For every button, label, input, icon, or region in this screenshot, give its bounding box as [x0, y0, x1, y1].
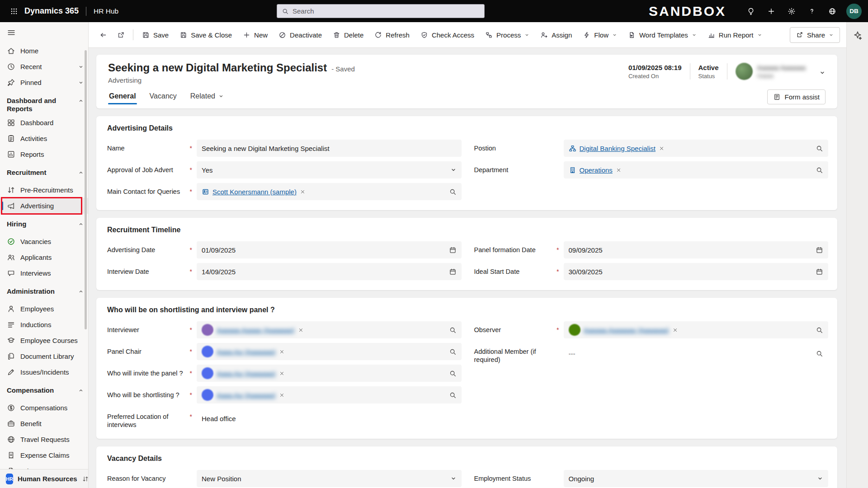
- name-input[interactable]: Seeking a new Digital Marketing Speciali…: [197, 140, 462, 157]
- help-button[interactable]: [806, 5, 818, 18]
- observer-input[interactable]: Aaaaaa Aaaaaaa (Aaaaaaa): [564, 321, 829, 338]
- sidebar-group-compensation[interactable]: Compensation: [0, 382, 88, 400]
- search-icon[interactable]: [816, 350, 823, 357]
- waffle-menu-button[interactable]: [6, 4, 22, 19]
- sidebar-group-hiring[interactable]: Hiring: [0, 216, 88, 234]
- share-button[interactable]: Share: [790, 27, 840, 43]
- sidebar-group-dashboard-and-reports[interactable]: Dashboard and Reports: [0, 92, 88, 115]
- postion-input[interactable]: Digital Banking Specialist: [564, 140, 829, 157]
- sidebar-item-benefit[interactable]: Benefit: [0, 416, 88, 432]
- sidebar-item-interviews[interactable]: Interviews: [0, 265, 88, 281]
- advertising-date-input[interactable]: 01/09/2025: [197, 241, 462, 258]
- sidebar-item-travel-requests[interactable]: Travel Requests: [0, 432, 88, 447]
- postion-link[interactable]: Digital Banking Specialist: [580, 145, 656, 152]
- x-icon[interactable]: [300, 189, 306, 195]
- quick-create-button[interactable]: [765, 5, 778, 18]
- search-input[interactable]: [292, 7, 480, 15]
- x-icon[interactable]: [659, 145, 665, 151]
- panel-chair-input[interactable]: Aaaa Aa (Aaaaaaa): [197, 343, 462, 360]
- sidebar-item-advertising[interactable]: Advertising: [0, 198, 88, 214]
- calendar-icon[interactable]: [816, 246, 823, 254]
- cmd-open-in-new-window[interactable]: [113, 26, 129, 43]
- cmd-word-templates[interactable]: Word Templates: [623, 26, 702, 43]
- cmd-assign[interactable]: Assign: [535, 26, 577, 43]
- search-icon[interactable]: [816, 326, 823, 334]
- tab-vacancy[interactable]: Vacancy: [149, 90, 178, 108]
- brand-logo[interactable]: Dynamics 365: [24, 6, 79, 16]
- search-icon[interactable]: [449, 370, 457, 377]
- sitemap-toggle-button[interactable]: [0, 22, 88, 43]
- cmd-run-report[interactable]: Run Report: [703, 26, 767, 43]
- sidebar-item-advance-requests[interactable]: Advance Requests: [0, 463, 88, 469]
- who-will-invite-the-panel-input[interactable]: Aaaa Aa (Aaaaaaa): [197, 365, 462, 382]
- area-switcher[interactable]: HR Human Resources: [0, 469, 88, 488]
- sidebar-item-employee-courses[interactable]: Employee Courses: [0, 333, 88, 348]
- observer-link[interactable]: Aaaaaa Aaaaaaa (Aaaaaaa): [584, 326, 669, 334]
- sidebar-item-vacancies[interactable]: Vacancies: [0, 234, 88, 249]
- app-name[interactable]: HR Hub: [94, 7, 118, 15]
- department-link[interactable]: Operations: [580, 166, 613, 174]
- cmd-new[interactable]: New: [238, 26, 273, 43]
- calendar-icon[interactable]: [449, 246, 457, 254]
- interview-date-input[interactable]: 14/09/2025: [197, 263, 462, 280]
- x-icon[interactable]: [616, 167, 622, 173]
- calendar-icon[interactable]: [816, 268, 823, 276]
- form-assist-button[interactable]: Form assist: [767, 89, 826, 104]
- settings-button[interactable]: [785, 5, 798, 18]
- cmd-check-access[interactable]: Check Access: [415, 26, 479, 43]
- sidebar-item-home[interactable]: Home: [0, 43, 88, 59]
- panel-chair-link[interactable]: Aaaa Aa (Aaaaaaa): [217, 348, 276, 356]
- search-icon[interactable]: [816, 166, 823, 174]
- interviewer-input[interactable]: Aaaaaa Aaaaa (Aaaaaaa): [197, 321, 462, 338]
- additional-member-if-required-input[interactable]: ---: [564, 343, 829, 364]
- sidebar-scrollbar[interactable]: [85, 50, 87, 329]
- cmd-delete[interactable]: Delete: [328, 26, 368, 43]
- approval-of-job-advert-input[interactable]: Yes: [197, 161, 462, 178]
- main-contact-for-queries-link[interactable]: Scott Konersmann (sample): [212, 188, 297, 196]
- sidebar-group-administration[interactable]: Administration: [0, 283, 88, 301]
- sidebar-item-recent[interactable]: Recent: [0, 59, 88, 75]
- sidebar-item-reports[interactable]: Reports: [0, 146, 88, 162]
- interviewer-link[interactable]: Aaaaaa Aaaaa (Aaaaaaa): [217, 326, 295, 334]
- cmd-refresh[interactable]: Refresh: [369, 26, 415, 43]
- sidebar-group-recruitment[interactable]: Recruitment: [0, 164, 88, 182]
- ideal-start-date-input[interactable]: 30/09/2025: [564, 263, 829, 280]
- browser-session-button[interactable]: [826, 5, 839, 18]
- user-avatar[interactable]: DB: [846, 4, 862, 19]
- calendar-icon[interactable]: [449, 268, 457, 276]
- global-search[interactable]: [277, 4, 485, 18]
- search-icon[interactable]: [449, 391, 457, 399]
- x-icon[interactable]: [672, 327, 678, 333]
- sidebar-item-document-library[interactable]: Document Library: [0, 348, 88, 364]
- cmd-save-close[interactable]: Save & Close: [175, 26, 237, 43]
- cmd-back[interactable]: [95, 26, 112, 43]
- sidebar-item-pinned[interactable]: Pinned: [0, 75, 88, 90]
- sidebar-item-inductions[interactable]: Inductions: [0, 317, 88, 333]
- x-icon[interactable]: [279, 349, 285, 355]
- tab-related[interactable]: Related: [189, 90, 225, 108]
- reason-for-vacancy-input[interactable]: New Position: [197, 470, 462, 487]
- cmd-save[interactable]: Save: [137, 26, 174, 43]
- sidebar-item-pre-recruitments[interactable]: Pre-Recruitments: [0, 182, 88, 198]
- sidebar-item-expense-claims[interactable]: Expense Claims: [0, 447, 88, 463]
- cmd-flow[interactable]: Flow: [578, 26, 622, 43]
- main-contact-for-queries-input[interactable]: Scott Konersmann (sample): [197, 183, 462, 200]
- x-icon[interactable]: [279, 392, 285, 398]
- cmd-process[interactable]: Process: [480, 26, 534, 43]
- cmd-deactivate[interactable]: Deactivate: [274, 26, 327, 43]
- search-icon[interactable]: [449, 188, 457, 196]
- employment-status-input[interactable]: Ongoing: [564, 470, 829, 487]
- sidebar-item-issues-incidents[interactable]: Issues/Incidents: [0, 364, 88, 380]
- sidebar-item-activities[interactable]: Activities: [0, 131, 88, 146]
- search-icon[interactable]: [449, 348, 457, 356]
- x-icon[interactable]: [298, 327, 304, 333]
- who-will-invite-the-panel-link[interactable]: Aaaa Aa (Aaaaaaa): [217, 370, 276, 377]
- sidebar-item-employees[interactable]: Employees: [0, 301, 88, 317]
- who-will-be-shortlisting-link[interactable]: Aaaa Aa (Aaaaaaa): [217, 391, 276, 399]
- preferred-location-of-interviews-input[interactable]: Head office: [197, 408, 462, 429]
- search-icon[interactable]: [816, 145, 823, 152]
- chevron-down-icon[interactable]: [817, 475, 823, 482]
- chevron-down-icon[interactable]: [450, 475, 457, 482]
- sidebar-item-compensations[interactable]: Compensations: [0, 400, 88, 416]
- chevron-down-icon[interactable]: [450, 167, 457, 173]
